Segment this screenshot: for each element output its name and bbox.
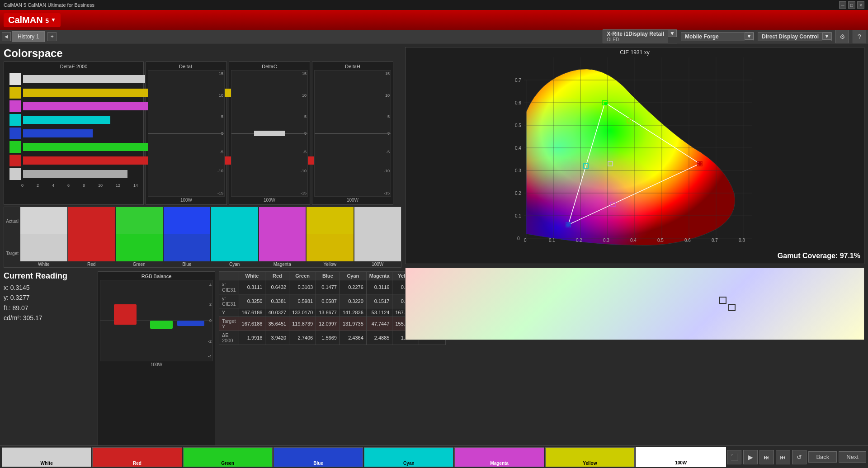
svg-text:0.3: 0.3 — [515, 168, 521, 173]
meter-dropdown-btn[interactable]: ▼ — [668, 30, 677, 37]
rgb-balance-title: RGB Balance — [100, 274, 213, 279]
next-button[interactable]: Next — [839, 451, 866, 463]
color-button[interactable]: Red — [92, 447, 182, 467]
color-button-label: Red — [133, 461, 142, 466]
deltae-x-axis: 0 2 4 6 8 10 12 14 — [6, 182, 142, 188]
deltae-swatch — [9, 141, 21, 153]
row-value: 35.6451 — [265, 317, 289, 331]
control-selector[interactable]: Direct Display Control — [758, 33, 822, 41]
profile-dropdown-btn[interactable]: ▼ — [745, 33, 754, 40]
deltaL-zero-line — [148, 133, 224, 134]
nav-step-back-btn[interactable]: ⏮ — [776, 450, 790, 464]
swatch-target — [116, 234, 163, 261]
main-content: Colorspace DeltaE 2000 — [0, 43, 868, 468]
help-icon[interactable]: ? — [853, 30, 866, 43]
close-button[interactable]: × — [857, 1, 864, 9]
swatch-target — [164, 234, 211, 261]
color-button-label: White — [41, 461, 53, 466]
calman-logo[interactable]: CalMAN 5 ▼ — [4, 13, 61, 27]
bottom-bar: WhiteRedGreenBlueCyanMagentaYellow100W ⬛… — [0, 445, 868, 468]
profile-selector[interactable]: Mobile Forge — [681, 33, 745, 41]
nav-record-btn[interactable]: ⬛ — [727, 450, 741, 464]
nav-step-forward-btn[interactable]: ⏭ — [760, 450, 774, 464]
deltae-bar-fill — [23, 75, 145, 83]
swatch-labels: Actual Target — [4, 207, 20, 267]
deltae-swatch — [9, 114, 21, 126]
row-value: 0.3116 — [366, 280, 392, 294]
nav-controls: ⬛ ▶ ⏭ ⏮ ↺ Back Next — [727, 450, 866, 464]
tab-add-button[interactable]: + — [47, 32, 57, 41]
row-value: 167.6186 — [239, 317, 265, 331]
meter-selector[interactable]: X-Rite i1Display Retail OLED — [603, 30, 668, 43]
control-selector-wrap: Direct Display Control ▼ — [758, 32, 832, 41]
deltae-chart: DeltaE 2000 — [4, 61, 144, 205]
row-value: 2.7406 — [289, 331, 316, 345]
swatch-target — [68, 234, 115, 261]
deltae-bar-row — [9, 168, 131, 180]
deltae-swatch — [9, 73, 21, 85]
deltae-bar-fill — [23, 170, 127, 178]
left-panel: Colorspace DeltaE 2000 — [4, 47, 401, 464]
row-value: 131.9735 — [340, 317, 366, 331]
current-reading-title: Current Reading — [4, 271, 94, 281]
table-header-blue: Blue — [316, 272, 340, 280]
title-bar-controls: ─ □ × — [839, 1, 864, 9]
row-label: ΔE 2000 — [219, 331, 239, 345]
color-button[interactable]: 100W — [636, 447, 726, 467]
svg-text:0: 0 — [524, 238, 527, 243]
svg-text:0.5: 0.5 — [515, 123, 521, 128]
measured-blue — [566, 223, 570, 227]
color-button[interactable]: Green — [183, 447, 273, 467]
history-tab[interactable]: History 1 — [12, 31, 45, 42]
color-button-label: 100W — [675, 460, 687, 465]
reading-fl: fL: 89.07 — [4, 303, 94, 313]
color-button[interactable]: Yellow — [545, 447, 635, 467]
control-dropdown-btn[interactable]: ▼ — [822, 33, 831, 40]
row-label: x: CIE31 — [219, 280, 239, 294]
cie-diagram: CIE 1931 xy — [405, 47, 864, 264]
table-header-magenta: Magenta — [366, 272, 392, 280]
measured-red — [698, 162, 702, 165]
rgb-balance-inner: 4 2 0 -2 -4 — [100, 280, 213, 361]
minimize-button[interactable]: ─ — [839, 1, 846, 9]
color-button[interactable]: Magenta — [454, 447, 544, 467]
table-header-red: Red — [265, 272, 289, 280]
deltae-swatch — [9, 128, 21, 139]
svg-text:0.8: 0.8 — [739, 238, 745, 243]
swatch-column: Blue — [164, 207, 211, 267]
logo-text: CalMAN 5 — [8, 15, 49, 25]
svg-text:0.7: 0.7 — [712, 238, 718, 243]
row-value: 0.1517 — [366, 294, 392, 308]
table-header-white: White — [239, 272, 265, 280]
deltae-swatch — [9, 100, 21, 112]
swatch-label: Green — [116, 261, 163, 267]
nav-refresh-btn[interactable]: ↺ — [792, 450, 807, 464]
swatch-actual — [307, 207, 354, 234]
tab-bar: ◀ History 1 + X-Rite i1Display Retail OL… — [0, 30, 868, 43]
current-reading: Current Reading x: 0.3145 y: 0.3277 fL: … — [4, 271, 94, 464]
color-button[interactable]: Blue — [274, 447, 363, 467]
colorspace-section: Colorspace DeltaE 2000 — [4, 47, 401, 268]
settings-icon[interactable]: ⚙ — [835, 30, 849, 43]
color-button-label: Magenta — [490, 461, 509, 466]
preview-marker-1 — [719, 297, 726, 304]
color-button[interactable]: White — [2, 447, 91, 467]
back-button[interactable]: Back — [808, 451, 837, 463]
deltaH-inner: 15 10 5 0 -5 -10 -15 — [314, 70, 391, 197]
swatch-column: White — [20, 207, 67, 267]
rgb-red-bar — [114, 304, 137, 325]
tab-nav-prev[interactable]: ◀ — [2, 32, 11, 41]
table-header-green: Green — [289, 272, 316, 280]
svg-text:0.3: 0.3 — [603, 238, 609, 243]
nav-play-btn[interactable]: ▶ — [743, 450, 758, 464]
swatch-column: Cyan — [211, 207, 258, 267]
deltaL-inner: 15 10 5 0 -5 -10 -15 — [148, 70, 225, 197]
top-bar: CalMAN 5 ▼ — [0, 10, 868, 30]
row-value: 12.0997 — [316, 317, 340, 331]
swatch-label: Magenta — [259, 261, 306, 267]
maximize-button[interactable]: □ — [848, 1, 855, 9]
row-value: 40.0327 — [265, 308, 289, 317]
deltaC-x-label: 100W — [231, 198, 308, 203]
color-button[interactable]: Cyan — [364, 447, 453, 467]
row-label: y: CIE31 — [219, 294, 239, 308]
